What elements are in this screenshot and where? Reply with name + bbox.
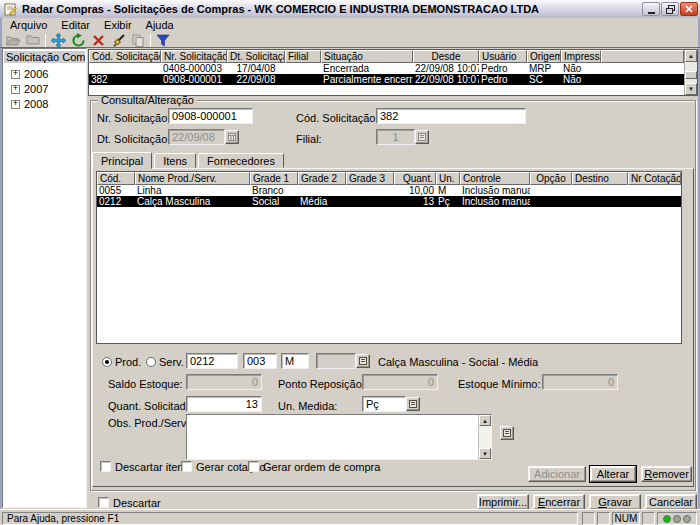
tree-node-label[interactable]: 2008 <box>24 98 48 110</box>
col-nome[interactable]: Nome Prod./Serv. <box>135 172 250 185</box>
serv-radio-label[interactable]: Serv. <box>159 356 184 368</box>
scroll-down-icon[interactable]: ▼ <box>685 83 697 95</box>
cell[interactable]: 0212 <box>97 196 135 207</box>
col-nr-cotacao[interactable]: Nr Cotação <box>628 172 681 185</box>
filter-icon[interactable] <box>153 32 173 48</box>
scroll-down-icon[interactable]: ▼ <box>479 448 491 459</box>
col-cod-solicitacao[interactable]: Cód. Solicitação <box>89 50 161 63</box>
nr-solicitacao-field[interactable]: 0908-000001 <box>168 108 253 124</box>
col-controle[interactable]: Controle <box>460 172 530 185</box>
quant-solicitada-field[interactable]: 13 <box>186 396 262 412</box>
request-row-selected[interactable]: 382 0908-000001 22/09/08 Parcialmente en… <box>89 74 684 85</box>
descartar-item-checkbox[interactable] <box>100 461 111 472</box>
col-situacao[interactable]: Situação <box>321 50 413 63</box>
tab-itens[interactable]: Itens <box>154 153 196 168</box>
descartar-label[interactable]: Descartar <box>113 497 161 509</box>
gerar-ordem-checkbox[interactable] <box>248 461 259 472</box>
cell[interactable]: 13 <box>394 196 436 207</box>
cell[interactable]: 22/09/08 10:07 <box>413 63 479 74</box>
request-row[interactable]: 0408-000003 17/04/08 Encerrada 22/09/08 … <box>89 63 684 74</box>
expand-icon[interactable]: + <box>11 100 20 109</box>
expand-icon[interactable]: + <box>11 70 20 79</box>
scroll-thumb[interactable] <box>685 71 697 79</box>
cell[interactable] <box>89 63 161 74</box>
cell[interactable]: 0408-000003 <box>161 63 227 74</box>
gerar-ordem-label[interactable]: Gerar ordem de compra <box>263 461 380 473</box>
prod-radio-label[interactable]: Prod. <box>115 356 141 368</box>
product-lookup-button[interactable] <box>356 354 370 368</box>
col-filial[interactable]: Filial <box>285 50 321 63</box>
move-icon[interactable] <box>48 32 68 48</box>
col-nr-solicitacao[interactable]: Nr. Solicitação <box>161 50 227 63</box>
requests-grid-scrollbar[interactable]: ▲ ▼ <box>684 50 697 95</box>
col-desde[interactable]: Desde <box>413 50 479 63</box>
encerrar-button[interactable]: Encerrar <box>533 494 585 510</box>
refresh-icon[interactable] <box>68 32 88 48</box>
remover-button[interactable]: Remover <box>641 466 692 482</box>
cell[interactable]: 0908-000001 <box>161 74 227 85</box>
tree-node-2006[interactable]: + 2006 <box>11 68 85 80</box>
cell[interactable]: Encerrada <box>321 63 413 74</box>
prod-radio[interactable] <box>102 357 112 367</box>
cell[interactable]: Social <box>250 196 298 207</box>
cancelar-button[interactable]: Cancelar <box>645 494 697 510</box>
obs-zoom-button[interactable] <box>500 426 514 440</box>
tab-principal[interactable]: Principal <box>92 152 152 169</box>
tab-fornecedores[interactable]: Fornecedores <box>198 153 284 168</box>
col-dt-solicitacao[interactable]: Dt. Solicitação <box>227 50 285 63</box>
menu-arquivo[interactable]: Arquivo <box>3 18 54 32</box>
cell[interactable] <box>346 196 394 207</box>
scroll-track[interactable] <box>479 426 491 448</box>
tree-node-2008[interactable]: + 2008 <box>11 98 85 110</box>
scroll-up-icon[interactable]: ▲ <box>685 50 697 62</box>
tree-node-label[interactable]: 2006 <box>24 68 48 80</box>
obs-text[interactable] <box>187 415 478 459</box>
cell[interactable]: Não <box>561 63 601 74</box>
cell[interactable]: 10,00 <box>394 185 436 196</box>
cell[interactable]: Inclusão manual <box>460 196 530 207</box>
gerar-cotacao-checkbox[interactable] <box>181 461 192 472</box>
menu-editar[interactable]: Editar <box>54 18 97 32</box>
scroll-track[interactable] <box>685 62 697 83</box>
cell[interactable]: Média <box>298 196 346 207</box>
cell[interactable]: 22/09/08 10:07 <box>413 74 479 85</box>
cell[interactable] <box>572 196 628 207</box>
item-row-selected[interactable]: 0212 Calça Masculina Social Média 13 Pç … <box>97 196 681 207</box>
delete-icon[interactable] <box>88 32 108 48</box>
un-medida-field[interactable]: Pç <box>362 396 406 412</box>
col-opcao[interactable]: Opção <box>530 172 572 185</box>
cell[interactable]: Não <box>561 74 601 85</box>
serv-radio[interactable] <box>146 357 156 367</box>
cod-solicitacao-field[interactable]: 382 <box>376 108 526 124</box>
cell[interactable] <box>572 185 628 196</box>
obs-scrollbar[interactable]: ▲ ▼ <box>478 415 491 459</box>
cell[interactable]: Linha <box>135 185 250 196</box>
item-row[interactable]: 0055 Linha Branco 10,00 M Inclusão manua… <box>97 185 681 196</box>
product-size-field[interactable]: M <box>281 353 309 369</box>
scroll-up-icon[interactable]: ▲ <box>479 415 491 426</box>
cell[interactable]: 17/04/08 <box>227 63 285 74</box>
gravar-button[interactable]: Gravar <box>589 494 641 510</box>
menu-ajuda[interactable]: Ajuda <box>139 18 181 32</box>
alterar-button[interactable]: Alterar <box>590 466 636 482</box>
cell[interactable]: M <box>436 185 460 196</box>
close-button[interactable] <box>680 2 698 16</box>
cell[interactable] <box>285 63 321 74</box>
cell[interactable]: Inclusão manual <box>460 185 530 196</box>
col-grade1[interactable]: Grade 1 <box>250 172 298 185</box>
cell[interactable]: Pç <box>436 196 460 207</box>
brush-icon[interactable] <box>108 32 128 48</box>
col-origem[interactable]: Origem <box>527 50 561 63</box>
imprimir-button[interactable]: Imprimir... <box>477 494 529 510</box>
col-quant[interactable]: Quant. <box>394 172 436 185</box>
cell[interactable]: 0055 <box>97 185 135 196</box>
restore-button[interactable] <box>661 2 679 16</box>
cell[interactable]: Calça Masculina <box>135 196 250 207</box>
cell[interactable] <box>530 185 572 196</box>
col-destino[interactable]: Destino <box>572 172 628 185</box>
cell[interactable] <box>628 196 681 207</box>
product-grade-field[interactable]: 003 <box>243 353 277 369</box>
tree-root-item[interactable]: Solicitação Compra <box>4 51 85 63</box>
obs-textarea[interactable]: ▲ ▼ <box>186 414 492 460</box>
cell[interactable] <box>628 185 681 196</box>
